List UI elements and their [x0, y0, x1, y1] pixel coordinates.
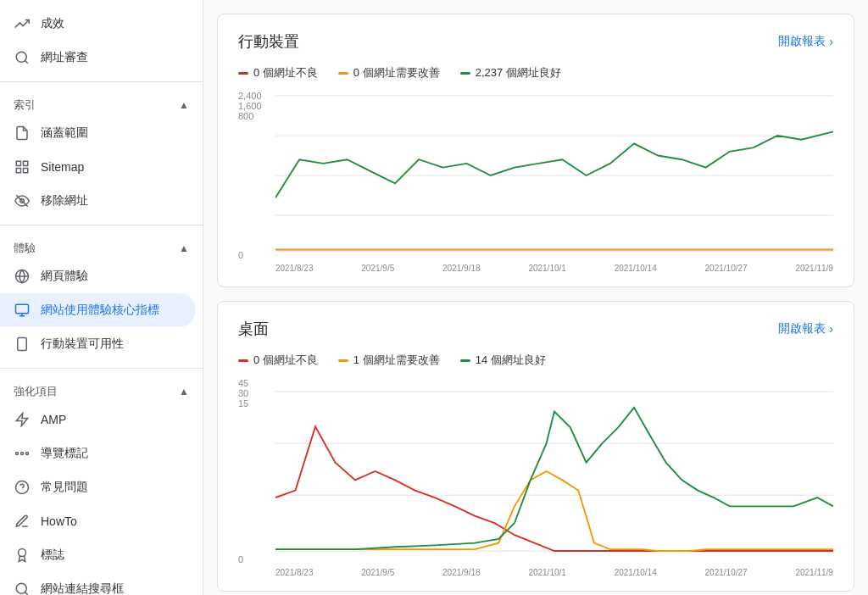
- chart-desktop-x-labels: 2021/8/23 2021/9/5 2021/9/18 2021/10/1 2…: [238, 568, 833, 577]
- section-experience[interactable]: 體驗 ▲: [0, 232, 203, 259]
- y-label-30: 30: [238, 388, 275, 398]
- x-label-5: 2021/10/27: [705, 264, 748, 273]
- svg-point-16: [16, 453, 19, 455]
- legend-label-good-0: 2,237 個網址良好: [476, 65, 561, 81]
- section-index[interactable]: 索引 ▲: [0, 89, 203, 116]
- sidebar-item-howto[interactable]: HowTo: [0, 504, 196, 538]
- sidebar-item-sitemap-label: Sitemap: [41, 160, 84, 174]
- lightning-icon: [14, 411, 31, 428]
- section-experience-label: 體驗: [14, 241, 36, 256]
- svg-point-17: [21, 453, 24, 455]
- sidebar-item-coverage-label: 涵蓋範圍: [41, 125, 88, 141]
- sidebar-item-sitelinks[interactable]: 網站連結搜尋框: [0, 572, 196, 595]
- badge-icon: [14, 547, 31, 564]
- x-label-2: 2021/9/18: [442, 264, 481, 273]
- sidebar-item-removals[interactable]: 移除網址: [0, 184, 196, 218]
- core-web-vitals-icon: [14, 302, 31, 319]
- sidebar-item-howto-label: HowTo: [41, 514, 77, 528]
- legend-dot-bad-1: [238, 359, 248, 362]
- x-label-3: 2021/10/1: [528, 264, 566, 273]
- chart-mobile-x-labels: 2021/8/23 2021/9/5 2021/9/18 2021/10/1 2…: [238, 264, 833, 273]
- chart-mobile-container: 2,400 1,600 800 0: [238, 91, 833, 273]
- svg-rect-10: [16, 304, 29, 314]
- svg-point-18: [26, 453, 29, 455]
- chart-mobile-y-labels: 2,400 1,600 800 0: [238, 91, 275, 260]
- sidebar: 成效 網址審查 索引 ▲ 涵蓋範圍 Sitemap 移除網址 體驗 ▲: [0, 0, 203, 595]
- sidebar-item-sitemap[interactable]: Sitemap: [0, 150, 196, 184]
- sidebar-item-logo-label: 標誌: [41, 548, 64, 563]
- sidebar-item-performance-label: 成效: [41, 16, 64, 31]
- x-label-4: 2021/10/14: [615, 264, 657, 273]
- legend-item-good-0: 2,237 個網址良好: [460, 65, 561, 81]
- eye-icon: [14, 192, 31, 209]
- svg-point-21: [19, 549, 26, 557]
- card-desktop: 桌面 開啟報表 › 0 個網址不良 1 個網址需要改善 14 個網址良好: [217, 301, 854, 592]
- sidebar-item-url-inspection[interactable]: 網址審查: [0, 41, 196, 75]
- legend-label-improve-0: 0 個網址需要改善: [353, 65, 440, 81]
- y-label-2400: 2,400: [238, 91, 275, 101]
- sidebar-item-sitelinks-label: 網站連結搜尋框: [41, 581, 124, 595]
- divider-3: [0, 368, 203, 369]
- svg-rect-3: [24, 161, 28, 165]
- svg-rect-4: [16, 169, 20, 173]
- section-enhancements-label: 強化項目: [14, 384, 58, 399]
- faq-icon: [14, 479, 31, 496]
- card-mobile-link[interactable]: 開啟報表 ›: [778, 34, 833, 49]
- card-mobile: 行動裝置 開啟報表 › 0 個網址不良 0 個網址需要改善 2,237 個網址良…: [217, 14, 854, 287]
- sidebar-item-coverage[interactable]: 涵蓋範圍: [0, 116, 196, 150]
- x-label-d2: 2021/9/18: [442, 568, 481, 577]
- x-label-d6: 2021/11/9: [795, 568, 833, 577]
- card-mobile-header: 行動裝置 開啟報表 ›: [238, 31, 833, 52]
- y-label-800: 800: [238, 111, 275, 121]
- card-mobile-title: 行動裝置: [238, 31, 299, 52]
- sidebar-item-faq[interactable]: 常見問題: [0, 470, 196, 504]
- legend-dot-good-1: [460, 359, 470, 362]
- svg-point-22: [16, 583, 26, 593]
- chart-desktop-svg: [275, 378, 833, 564]
- legend-item-improve-1: 1 個網址需要改善: [338, 353, 440, 368]
- sidebar-item-web-vitals-label: 網頁體驗: [41, 269, 88, 284]
- legend-item-improve-0: 0 個網址需要改善: [338, 65, 440, 81]
- chart-desktop-container: 45 30 15 0: [238, 378, 833, 577]
- section-enhancements-arrow: ▲: [179, 386, 189, 398]
- mobile-good-line: [275, 131, 833, 197]
- sidebar-item-breadcrumbs[interactable]: 導覽標記: [0, 437, 196, 470]
- sidebar-item-mobile-usability-label: 行動裝置可用性: [41, 336, 124, 352]
- main-content: 行動裝置 開啟報表 › 0 個網址不良 0 個網址需要改善 2,237 個網址良…: [203, 0, 868, 595]
- sidebar-item-removals-label: 移除網址: [41, 193, 88, 209]
- mobile-icon: [14, 336, 31, 353]
- svg-rect-2: [16, 161, 20, 165]
- x-label-0: 2021/8/23: [275, 264, 314, 273]
- y-label-45: 45: [238, 378, 275, 388]
- y-label-1600: 1,600: [238, 101, 275, 111]
- divider-2: [0, 225, 203, 225]
- chart-desktop-y-labels: 45 30 15 0: [238, 378, 275, 564]
- sidebar-item-amp[interactable]: AMP: [0, 403, 196, 437]
- search-icon: [14, 49, 31, 66]
- divider-1: [0, 81, 203, 82]
- sidebar-item-core-web-vitals[interactable]: 網站使用體驗核心指標: [0, 293, 196, 327]
- sidebar-item-performance[interactable]: 成效: [0, 7, 196, 41]
- legend-dot-improve-0: [338, 72, 348, 75]
- svg-marker-15: [16, 414, 28, 426]
- svg-rect-5: [24, 169, 28, 173]
- y-label-0d: 0: [238, 554, 275, 564]
- legend-item-bad-1: 0 個網址不良: [238, 353, 318, 368]
- desktop-bad-line: [275, 426, 833, 551]
- x-label-d3: 2021/10/1: [528, 568, 566, 577]
- sitemap-icon: [14, 158, 31, 175]
- card-desktop-legend: 0 個網址不良 1 個網址需要改善 14 個網址良好: [238, 353, 833, 368]
- desktop-improve-line: [275, 471, 833, 551]
- sidebar-item-core-web-vitals-label: 網站使用體驗核心指標: [41, 303, 159, 318]
- sidebar-item-mobile-usability[interactable]: 行動裝置可用性: [0, 327, 196, 361]
- doc-icon: [14, 125, 31, 142]
- section-enhancements[interactable]: 強化項目 ▲: [0, 375, 203, 403]
- sidebar-item-web-vitals[interactable]: 網頁體驗: [0, 259, 196, 293]
- card-mobile-legend: 0 個網址不良 0 個網址需要改善 2,237 個網址良好: [238, 65, 833, 81]
- sidebar-item-logo[interactable]: 標誌: [0, 538, 196, 572]
- sitelinks-icon: [14, 581, 31, 595]
- nav-icon: [14, 445, 31, 462]
- card-desktop-link[interactable]: 開啟報表 ›: [778, 321, 833, 336]
- section-index-arrow: ▲: [179, 99, 189, 111]
- svg-point-0: [16, 52, 26, 62]
